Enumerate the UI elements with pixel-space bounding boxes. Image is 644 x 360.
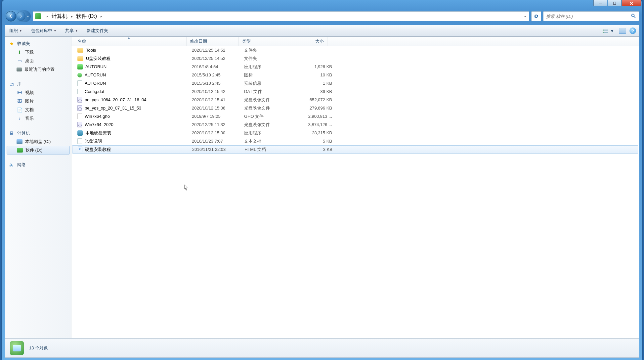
sidebar-item-videos[interactable]: 🎞 视频 <box>5 88 71 97</box>
file-row[interactable]: Win7x64_20202020/12/25 11:32光盘映像文件3,874,… <box>71 120 639 129</box>
file-type-icon <box>77 89 82 94</box>
file-name: AUTORUN <box>85 81 106 86</box>
sidebar-item-label: 音乐 <box>25 115 34 121</box>
file-row[interactable]: Config.dat2020/10/12 15:42DAT 文件36 KB <box>71 87 639 96</box>
file-row[interactable]: 本地硬盘安装2020/10/12 15:30应用程序28,315 KB <box>71 129 639 137</box>
picture-icon: 🖼 <box>17 98 22 104</box>
sidebar-item-drive-c[interactable]: 本地磁盘 (C:) <box>5 137 71 146</box>
computer-icon: 🖥 <box>9 130 15 136</box>
file-row[interactable]: pe_yqs_1064_20_07_31_16_042020/10/12 15:… <box>71 96 639 104</box>
navigation-pane[interactable]: ★ 收藏夹 ⬇ 下载 ▭ 桌面 最近访问的位置 🗂 <box>5 37 71 338</box>
minimize-button[interactable] <box>593 0 607 6</box>
sidebar-item-drive-d[interactable]: 软件 (D:) <box>7 146 70 155</box>
include-in-library-menu[interactable]: 包含到库中 ▼ <box>29 27 58 34</box>
file-row[interactable]: 硬盘安装教程2016/11/21 22:03HTML 文档3 KB <box>72 145 638 154</box>
preview-pane-button[interactable] <box>619 28 626 34</box>
search-box[interactable] <box>543 11 639 21</box>
drive-icon <box>17 139 22 144</box>
chevron-right-icon[interactable]: ▸ <box>70 15 74 18</box>
column-header-type[interactable]: 类型 <box>239 37 291 46</box>
sidebar-item-downloads[interactable]: ⬇ 下载 <box>5 48 71 57</box>
sidebar-head-favorites[interactable]: ★ 收藏夹 <box>5 39 71 48</box>
nav-history-dropdown[interactable]: ▾ <box>25 15 30 18</box>
file-row[interactable]: AUTORUN2015/5/10 2:45安装信息1 KB <box>71 79 639 87</box>
back-button[interactable] <box>6 11 16 22</box>
sidebar-group-network: 🖧 网络 <box>5 160 71 169</box>
file-rows[interactable]: Tools2020/12/25 14:52文件夹U盘安装教程2020/12/25… <box>71 46 639 338</box>
share-menu[interactable]: 共享 ▼ <box>64 27 79 34</box>
organize-menu[interactable]: 组织 ▼ <box>8 27 23 34</box>
maximize-button[interactable] <box>608 0 622 6</box>
close-button[interactable] <box>622 0 641 6</box>
file-size: 652,072 KB <box>296 97 332 102</box>
file-row[interactable]: AUTORUN2016/1/8 4:54应用程序1,926 KB <box>71 63 639 71</box>
file-size: 279,696 KB <box>296 106 332 111</box>
sidebar-item-desktop[interactable]: ▭ 桌面 <box>5 57 71 65</box>
nav-arrows: ▾ <box>5 10 31 22</box>
sidebar-item-recent[interactable]: 最近访问的位置 <box>5 65 71 74</box>
file-type: HTML 文档 <box>244 147 297 153</box>
toolbar-right: ▼ ? <box>601 27 636 34</box>
breadcrumb-drive-d[interactable]: 软件 (D:) <box>74 12 99 21</box>
refresh-button[interactable] <box>531 11 541 21</box>
file-date: 2020/10/12 15:42 <box>192 89 244 94</box>
column-label: 名称 <box>77 38 86 44</box>
chevron-right-icon[interactable]: ▸ <box>45 15 50 18</box>
sidebar-head-network[interactable]: 🖧 网络 <box>5 160 71 169</box>
file-row[interactable]: Tools2020/12/25 14:52文件夹 <box>71 46 639 54</box>
breadcrumb-root[interactable] <box>33 12 45 21</box>
video-icon: 🎞 <box>17 90 22 96</box>
sidebar-item-label: 视频 <box>25 90 34 96</box>
file-date: 2020/10/12 15:41 <box>192 97 244 102</box>
sidebar-group-computer: 🖥 计算机 本地磁盘 (C:) 软件 (D:) <box>5 129 71 155</box>
file-type: 应用程序 <box>244 130 296 136</box>
star-icon: ★ <box>9 41 15 47</box>
sidebar-item-music[interactable]: ♪ 音乐 <box>5 114 71 123</box>
file-row[interactable]: AUTORUN2015/5/10 2:45图标10 KB <box>71 71 639 79</box>
file-name: Win7x64.gho <box>85 114 110 119</box>
caret-down-icon: ▼ <box>54 29 57 32</box>
sort-ascending-icon: ▲ <box>127 37 130 39</box>
file-row[interactable]: pe_yqs_xp_20_07_31_15_532020/10/12 15:36… <box>71 104 639 112</box>
svg-rect-7 <box>603 32 604 33</box>
caret-down-icon: ▼ <box>75 29 78 32</box>
recent-icon <box>17 68 22 71</box>
file-row[interactable]: 光盘说明2016/10/23 7:07文本文档5 KB <box>71 137 639 145</box>
chevron-right-icon[interactable]: ▸ <box>99 15 104 18</box>
toolbar-label: 包含到库中 <box>31 28 52 34</box>
toolbar-label: 组织 <box>9 28 18 34</box>
svg-rect-3 <box>603 29 604 29</box>
sidebar-head-computer[interactable]: 🖥 计算机 <box>5 129 71 137</box>
toolbar-label: 新建文件夹 <box>87 28 108 34</box>
file-name: Config.dat <box>85 89 104 94</box>
sidebar-item-pictures[interactable]: 🖼 图片 <box>5 97 71 106</box>
sidebar-group-libraries: 🗂 库 🎞 视频 🖼 图片 📄 文档 ♪ 音乐 <box>5 80 71 123</box>
file-row[interactable]: U盘安装教程2020/12/25 14:52文件夹 <box>71 54 639 63</box>
file-size: 5 KB <box>296 139 332 144</box>
cursor-icon <box>184 184 189 191</box>
sidebar-item-documents[interactable]: 📄 文档 <box>5 106 71 114</box>
address-bar[interactable]: ▸ 计算机 ▸ 软件 (D:) ▸ ▾ <box>33 11 529 21</box>
svg-rect-0 <box>599 4 602 4</box>
search-input[interactable] <box>546 14 631 19</box>
search-icon[interactable] <box>631 13 636 20</box>
file-type: DAT 文件 <box>244 89 296 95</box>
forward-button[interactable] <box>16 12 25 21</box>
breadcrumb-computer[interactable]: 计算机 <box>50 12 70 21</box>
file-size: 2,900,813 ... <box>296 114 332 119</box>
file-size: 28,315 KB <box>296 130 332 135</box>
address-dropdown[interactable]: ▾ <box>521 12 529 21</box>
new-folder-button[interactable]: 新建文件夹 <box>85 27 109 34</box>
sidebar-item-label: 软件 (D:) <box>25 147 42 153</box>
file-row[interactable]: Win7x64.gho2019/9/7 19:25GHO 文件2,900,813… <box>71 112 639 120</box>
content-area: ★ 收藏夹 ⬇ 下载 ▭ 桌面 最近访问的位置 🗂 <box>5 37 639 338</box>
view-mode-button[interactable]: ▼ <box>601 28 616 34</box>
column-header-date[interactable]: 修改日期 <box>187 37 239 46</box>
file-date: 2020/12/25 14:52 <box>192 56 244 61</box>
column-header-name[interactable]: ▲ 名称 <box>71 37 187 46</box>
file-type-icon <box>77 105 82 111</box>
sidebar-head-libraries[interactable]: 🗂 库 <box>5 80 71 88</box>
sidebar-item-label: 图片 <box>25 98 34 104</box>
help-button[interactable]: ? <box>629 27 636 34</box>
column-header-size[interactable]: 大小 <box>291 37 327 46</box>
